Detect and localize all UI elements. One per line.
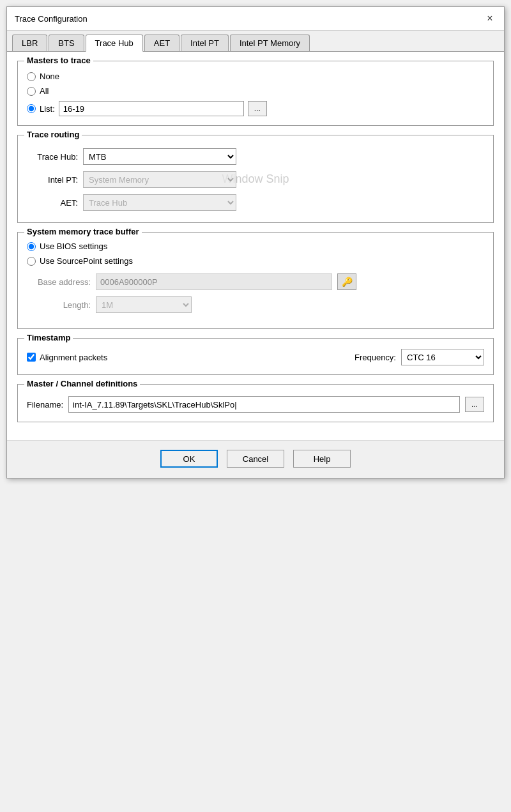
ok-button[interactable]: OK <box>160 450 218 468</box>
length-row: Length: 1M <box>27 296 484 313</box>
frequency-row: Frequency: CTC 16 CTC 8 CTC 4 CTC 2 <box>355 349 484 365</box>
key-icon: 🔑 <box>342 277 353 287</box>
close-button[interactable]: × <box>484 12 496 25</box>
length-label: Length: <box>27 300 91 310</box>
intel-pt-form-label: Intel PT: <box>27 175 78 185</box>
trace-hub-form-label: Trace Hub: <box>27 152 78 162</box>
tab-bar: LBR BTS Trace Hub AET Intel PT Intel PT … <box>7 31 504 52</box>
trace-configuration-window: Trace Configuration × LBR BTS Trace Hub … <box>6 6 505 479</box>
tab-trace-hub[interactable]: Trace Hub <box>86 34 143 52</box>
trace-routing-label: Trace routing <box>24 130 82 139</box>
aet-row: AET: Trace Hub <box>27 194 484 211</box>
all-radio-row: All <box>27 86 484 96</box>
tab-aet[interactable]: AET <box>144 34 179 51</box>
help-button[interactable]: Help <box>293 450 351 468</box>
tab-intel-pt-memory[interactable]: Intel PT Memory <box>230 34 310 51</box>
frequency-label: Frequency: <box>355 353 396 362</box>
tab-content: Masters to trace None All List: ... <box>7 52 504 440</box>
list-radio-row: List: ... <box>27 101 484 116</box>
intel-pt-select[interactable]: System Memory <box>83 171 236 188</box>
master-channel-group: Master / Channel definitions Filename: .… <box>17 384 494 422</box>
title-bar: Trace Configuration × <box>7 7 504 31</box>
base-address-input[interactable] <box>96 273 332 290</box>
tab-lbr[interactable]: LBR <box>12 34 47 51</box>
use-bios-row: Use BIOS settings <box>27 241 484 251</box>
cancel-button[interactable]: Cancel <box>227 450 284 468</box>
window-title: Trace Configuration <box>15 14 88 24</box>
alignment-packets-checkbox[interactable] <box>27 353 36 362</box>
master-channel-label: Master / Channel definitions <box>24 379 140 388</box>
filename-row: Filename: ... <box>27 396 484 413</box>
tab-bts[interactable]: BTS <box>49 34 84 51</box>
timestamp-group: Timestamp Alignment packets Frequency: C… <box>17 338 494 375</box>
use-sourcepoint-label: Use SourcePoint settings <box>40 256 133 266</box>
system-memory-radio-group: Use BIOS settings Use SourcePoint settin… <box>27 241 484 266</box>
filename-label: Filename: <box>27 400 63 410</box>
list-input[interactable] <box>59 101 244 116</box>
key-button[interactable]: 🔑 <box>337 273 356 290</box>
alignment-packets-label: Alignment packets <box>40 353 107 362</box>
system-memory-label: System memory trace buffer <box>24 227 142 236</box>
none-radio-row: None <box>27 72 484 81</box>
none-radio[interactable] <box>27 72 36 81</box>
masters-to-trace-label: Masters to trace <box>24 56 93 65</box>
alignment-packets-row: Alignment packets <box>27 353 107 362</box>
trace-hub-row: Trace Hub: MTB <box>27 148 484 165</box>
trace-routing-group: Trace routing Window Snip Trace Hub: MTB… <box>17 135 494 223</box>
filename-input[interactable] <box>68 396 460 413</box>
footer: OK Cancel Help <box>7 440 504 478</box>
masters-radio-group: None All List: ... <box>27 72 484 116</box>
none-radio-label: None <box>40 72 59 81</box>
tab-intel-pt[interactable]: Intel PT <box>181 34 229 51</box>
system-memory-group: System memory trace buffer Use BIOS sett… <box>17 232 494 329</box>
masters-to-trace-group: Masters to trace None All List: ... <box>17 61 494 126</box>
list-ellipsis-button[interactable]: ... <box>248 101 267 116</box>
use-bios-radio[interactable] <box>27 242 36 251</box>
use-bios-label: Use BIOS settings <box>40 241 107 251</box>
timestamp-row: Alignment packets Frequency: CTC 16 CTC … <box>27 345 484 365</box>
all-radio-label: All <box>40 86 49 96</box>
frequency-select[interactable]: CTC 16 CTC 8 CTC 4 CTC 2 <box>401 349 484 365</box>
use-sourcepoint-row: Use SourcePoint settings <box>27 256 484 266</box>
intel-pt-row: Intel PT: System Memory <box>27 171 484 188</box>
trace-hub-select[interactable]: MTB <box>83 148 236 165</box>
list-radio-label: List: <box>40 104 55 114</box>
list-radio[interactable] <box>27 104 36 113</box>
filename-ellipsis-button[interactable]: ... <box>465 397 484 412</box>
base-address-row: Base address: 🔑 <box>27 273 484 290</box>
base-address-label: Base address: <box>27 277 91 287</box>
timestamp-label: Timestamp <box>24 333 73 342</box>
aet-form-label: AET: <box>27 198 78 208</box>
aet-select[interactable]: Trace Hub <box>83 194 236 211</box>
use-sourcepoint-radio[interactable] <box>27 257 36 266</box>
length-select[interactable]: 1M <box>96 296 192 313</box>
all-radio[interactable] <box>27 87 36 96</box>
